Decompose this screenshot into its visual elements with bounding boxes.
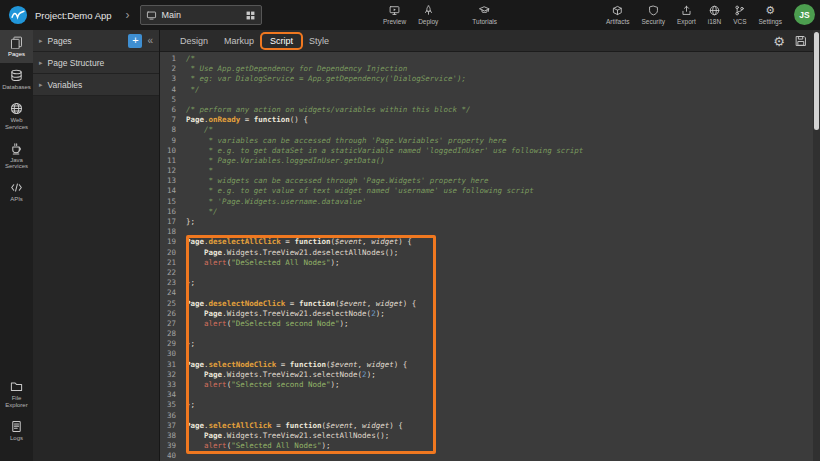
code-line[interactable]: 35}; <box>160 400 813 410</box>
code-line[interactable]: 8 /* <box>160 125 813 135</box>
code-line[interactable]: 36 <box>160 411 813 421</box>
security-button[interactable]: Security <box>635 0 670 30</box>
line-number: 18 <box>160 227 181 237</box>
database-icon <box>10 69 23 82</box>
vcs-button[interactable]: VCS <box>727 0 752 30</box>
code-line[interactable]: 39 alert("Selected All Nodes"); <box>160 441 813 451</box>
artifacts-button[interactable]: Artifacts <box>600 0 635 30</box>
code-line[interactable]: 2 * Use App.getDependency for Dependency… <box>160 64 813 74</box>
code-line[interactable]: 11 * Page.Variables.loggedInUser.getData… <box>160 156 813 166</box>
line-number: 31 <box>160 360 181 370</box>
code-line[interactable]: 26 Page.Widgets.TreeView21.deselectNode(… <box>160 309 813 319</box>
tab-style[interactable]: Style <box>301 34 337 48</box>
line-number: 38 <box>160 431 181 441</box>
tutorials-button[interactable]: Tutorials <box>466 0 503 30</box>
panel-section-pages[interactable]: ▸Pages+« <box>33 30 159 52</box>
security-icon <box>648 5 659 16</box>
line-number: 22 <box>160 268 181 278</box>
code-line[interactable]: 1/* <box>160 54 813 64</box>
chevron-right-icon: ▸ <box>39 59 43 67</box>
code-line[interactable]: 20 Page.Widgets.TreeView21.deselectAllNo… <box>160 248 813 258</box>
sidebar-item-pages[interactable]: Pages <box>0 30 33 63</box>
code-line[interactable]: 13 * widgets can be accessed through 'Pa… <box>160 176 813 186</box>
save-icon[interactable] <box>795 35 807 47</box>
tab-markup[interactable]: Markup <box>216 34 262 48</box>
code-line[interactable]: 40 <box>160 451 813 461</box>
line-number: 25 <box>160 299 181 309</box>
editor-scrollbar[interactable] <box>813 30 820 461</box>
code-line[interactable]: 15 * 'Page.Widgets.username.datavalue' <box>160 197 813 207</box>
line-number: 33 <box>160 380 181 390</box>
sidebar-item-apis[interactable]: APIs <box>0 175 33 208</box>
collapse-panel-icon[interactable]: « <box>147 35 153 46</box>
code-line[interactable]: 30 <box>160 349 813 359</box>
logs-icon <box>10 420 23 433</box>
code-line[interactable]: 7Page.onReady = function() { <box>160 115 813 125</box>
settings-button[interactable]: ⚙Settings <box>753 0 789 30</box>
line-number: 20 <box>160 248 181 258</box>
code-line[interactable]: 14 * e.g. to get value of text widget na… <box>160 186 813 196</box>
deploy-button[interactable]: Deploy <box>412 0 444 30</box>
tab-script[interactable]: Script <box>262 34 301 48</box>
code-line[interactable]: 38 Page.Widgets.TreeView21.selectAllNode… <box>160 431 813 441</box>
line-number: 8 <box>160 125 181 135</box>
code-line[interactable]: 19Page.deselectAllClick = function($even… <box>160 237 813 247</box>
script-editor[interactable]: 1/*2 * Use App.getDependency for Depende… <box>160 52 813 461</box>
sidebar-item-databases[interactable]: Databases <box>0 63 33 96</box>
i18n-button[interactable]: i18N <box>702 0 727 30</box>
code-line[interactable]: 4 */ <box>160 85 813 95</box>
deploy-icon <box>423 5 434 16</box>
code-line[interactable]: 24 <box>160 288 813 298</box>
sidebar-item-web-services[interactable]: Web Services <box>0 96 33 136</box>
code-line[interactable]: 5 <box>160 95 813 105</box>
code-line[interactable]: 32 Page.Widgets.TreeView21.selectNode(2)… <box>160 370 813 380</box>
sidebar-item-java-services[interactable]: Java Services <box>0 136 33 176</box>
code-line[interactable]: 9 * variables can be accessed through 'P… <box>160 136 813 146</box>
chevron-right-icon: ▸ <box>39 37 43 45</box>
editor-settings-gear-icon[interactable]: ⚙ <box>773 35 785 48</box>
code-line[interactable]: 12 * <box>160 166 813 176</box>
code-line[interactable]: 17}; <box>160 217 813 227</box>
scrollbar-thumb[interactable] <box>814 32 819 130</box>
line-number: 7 <box>160 115 181 125</box>
code-line[interactable]: 16 */ <box>160 207 813 217</box>
code-line[interactable]: 3 * eg: var DialogService = App.getDepen… <box>160 74 813 84</box>
line-number: 37 <box>160 421 181 431</box>
line-number: 4 <box>160 85 181 95</box>
code-line[interactable]: 25Page.deselectNodeClick = function($eve… <box>160 299 813 309</box>
export-button[interactable]: Export <box>671 0 702 30</box>
sidebar-item-file-explorer[interactable]: File Explorer <box>0 374 33 414</box>
code-line[interactable]: 6/* perform any action on widgets/variab… <box>160 105 813 115</box>
panel-section-variables[interactable]: ▸Variables <box>33 74 159 96</box>
page-selector-value: Main <box>162 10 240 20</box>
wavemaker-logo-icon[interactable] <box>8 5 28 25</box>
code-line[interactable]: 29}; <box>160 339 813 349</box>
panel-section-page-structure[interactable]: ▸Page Structure <box>33 52 159 74</box>
user-avatar[interactable]: JS <box>794 4 815 25</box>
code-line[interactable]: 31Page.selectNodeClick = function($event… <box>160 360 813 370</box>
settings-icon: ⚙ <box>765 5 775 16</box>
line-number: 30 <box>160 349 181 359</box>
sidebar-item-logs[interactable]: Logs <box>0 414 33 447</box>
activity-sidebar: PagesDatabasesWeb ServicesJava ServicesA… <box>0 30 33 461</box>
code-line[interactable]: 28 <box>160 329 813 339</box>
code-line[interactable]: 18 <box>160 227 813 237</box>
code-line[interactable]: 37Page.selectAllClick = function($event,… <box>160 421 813 431</box>
preview-button[interactable]: Preview <box>377 0 412 30</box>
code-line[interactable]: 10 * e.g. to get dataSet in a staticVari… <box>160 146 813 156</box>
line-number: 24 <box>160 288 181 298</box>
code-line[interactable]: 23}; <box>160 278 813 288</box>
code-line[interactable]: 21 alert("DeSelected All Nodes"); <box>160 258 813 268</box>
line-number: 9 <box>160 136 181 146</box>
code-line[interactable]: 33 alert("Selected second Node"); <box>160 380 813 390</box>
code-line[interactable]: 34 <box>160 390 813 400</box>
add-page-button[interactable]: + <box>128 34 142 48</box>
code-line[interactable]: 22 <box>160 268 813 278</box>
line-number: 23 <box>160 278 181 288</box>
code-line[interactable]: 27 alert("DeSelected second Node"); <box>160 319 813 329</box>
line-number: 6 <box>160 105 181 115</box>
page-selector-dropdown[interactable]: Main <box>140 5 262 25</box>
grid-icon <box>245 10 256 21</box>
line-number: 11 <box>160 156 181 166</box>
tab-design[interactable]: Design <box>172 34 216 48</box>
